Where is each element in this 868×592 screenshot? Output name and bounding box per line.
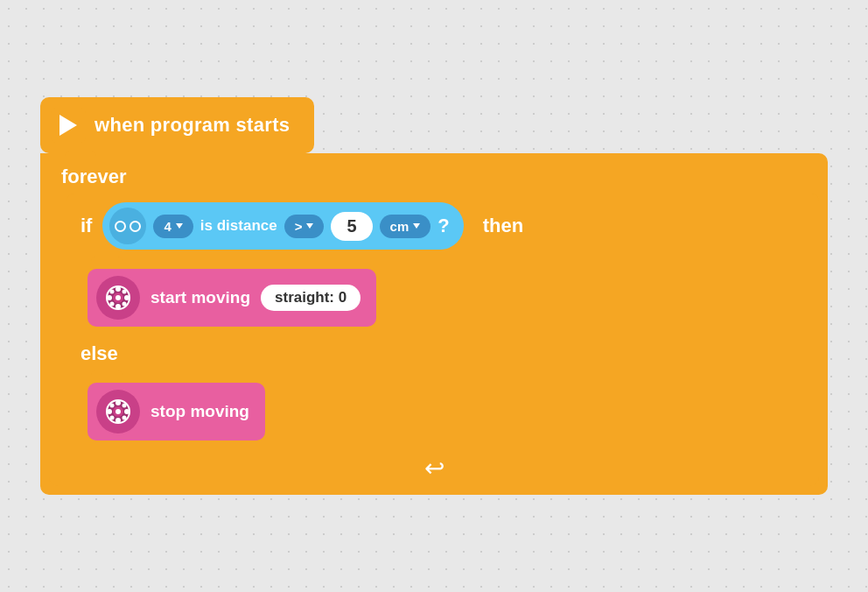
stop-moving-block[interactable]: stop moving xyxy=(88,383,265,440)
forever-inner: if 4 is distance xyxy=(66,194,819,449)
svg-point-9 xyxy=(122,290,127,294)
forever-footer: ↩ xyxy=(49,449,819,486)
svg-point-17 xyxy=(124,409,130,414)
else-section: stop moving xyxy=(88,372,819,449)
sensor-num-dropdown[interactable]: 4 xyxy=(153,215,192,238)
svg-point-19 xyxy=(122,416,127,420)
if-row: if 4 is distance xyxy=(66,194,819,258)
start-moving-block[interactable]: start moving straight: 0 xyxy=(88,269,376,327)
svg-point-6 xyxy=(124,295,130,300)
motor-gear-svg xyxy=(103,283,133,313)
svg-point-18 xyxy=(110,404,115,408)
svg-point-5 xyxy=(107,295,112,300)
when-block[interactable]: when program starts xyxy=(40,97,314,153)
condition-block[interactable]: 4 is distance > 5 cm ? xyxy=(102,202,463,250)
play-icon xyxy=(60,115,77,136)
loop-arrow-icon: ↩ xyxy=(424,454,444,483)
question-mark: ? xyxy=(438,215,449,237)
svg-point-20 xyxy=(122,404,127,408)
svg-point-10 xyxy=(110,302,115,307)
svg-point-7 xyxy=(110,290,115,294)
else-label: else xyxy=(80,342,118,364)
play-icon-wrapper xyxy=(51,108,86,143)
sensor-eyes xyxy=(115,221,141,232)
unit-dropdown[interactable]: cm xyxy=(380,215,431,238)
motor-icon-stop xyxy=(96,390,140,433)
then-label: then xyxy=(483,215,523,237)
motor-icon-start xyxy=(96,276,140,320)
when-block-label: when program starts xyxy=(94,114,290,137)
unit-arrow-icon xyxy=(413,223,420,229)
svg-point-8 xyxy=(122,302,127,307)
sensor-eye-right xyxy=(130,221,141,232)
svg-point-2 xyxy=(116,295,121,300)
stop-moving-label: stop moving xyxy=(150,402,249,421)
start-moving-value[interactable]: straight: 0 xyxy=(261,285,360,311)
is-distance-text: is distance xyxy=(200,217,277,235)
svg-point-14 xyxy=(116,400,121,405)
svg-point-13 xyxy=(116,409,121,414)
sensor-icon xyxy=(109,208,146,244)
svg-point-4 xyxy=(116,304,121,309)
condition-value[interactable]: 5 xyxy=(331,212,372,241)
svg-point-16 xyxy=(107,409,112,414)
operator-value: > xyxy=(295,219,303,234)
if-block: if 4 is distance xyxy=(66,194,819,449)
then-section: start moving straight: 0 xyxy=(88,258,819,335)
motor-gear-stop-svg xyxy=(103,397,133,426)
sensor-num-value: 4 xyxy=(164,219,171,234)
operator-dropdown[interactable]: > xyxy=(284,215,325,238)
svg-point-15 xyxy=(116,418,121,423)
svg-point-3 xyxy=(116,286,121,292)
operator-arrow-icon xyxy=(306,223,313,229)
forever-block: forever if xyxy=(40,153,828,495)
forever-label: forever xyxy=(49,157,819,194)
sensor-num-arrow-icon xyxy=(176,223,183,229)
blocks-root: when program starts forever if xyxy=(40,97,828,495)
svg-point-21 xyxy=(110,416,115,420)
else-row: else xyxy=(66,335,819,372)
sensor-eye-left xyxy=(115,221,126,232)
start-moving-label: start moving xyxy=(150,288,250,307)
unit-value: cm xyxy=(390,219,410,234)
if-label: if xyxy=(80,215,92,237)
